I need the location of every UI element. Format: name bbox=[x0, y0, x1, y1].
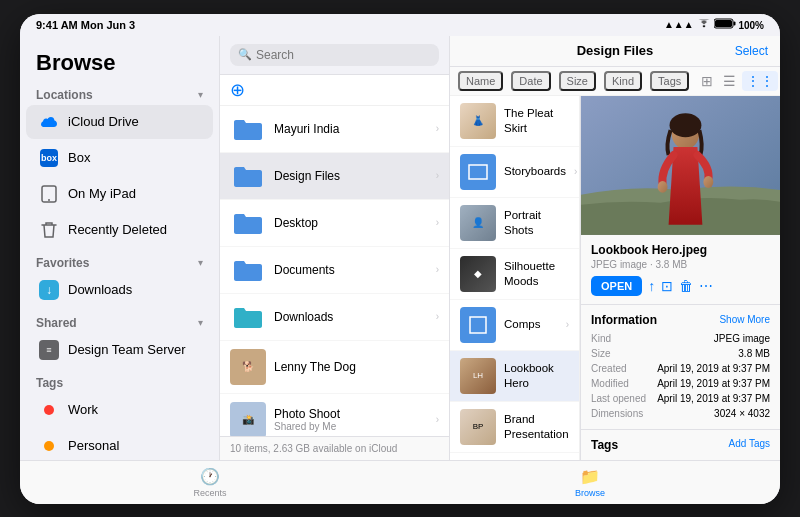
show-more-button[interactable]: Show More bbox=[719, 314, 770, 325]
recents-label: Recents bbox=[193, 488, 226, 498]
file-item-silhouette[interactable]: ◆ Silhouette Moods bbox=[450, 249, 579, 300]
more-icon[interactable]: ⋯ bbox=[699, 278, 713, 294]
tab-bar: 🕐 Recents 📁 Browse bbox=[20, 460, 780, 504]
select-button[interactable]: Select bbox=[735, 44, 768, 58]
info-row-lastopened: Last opened April 19, 2019 at 9:37 PM bbox=[591, 391, 770, 406]
folder-item-downloads[interactable]: Downloads › bbox=[220, 294, 449, 341]
right-panel-title: Design Files bbox=[577, 43, 654, 58]
detail-panel: Lookbook Hero.jpeg JPEG image · 3.8 MB O… bbox=[580, 96, 780, 460]
copy-icon[interactable]: ⊡ bbox=[661, 278, 673, 294]
icloud-icon bbox=[38, 111, 60, 133]
folder-actions: ⊕ bbox=[220, 75, 449, 106]
info-row-dimensions: Dimensions 3024 × 4032 bbox=[591, 406, 770, 421]
folder-item-desktop[interactable]: Desktop › bbox=[220, 200, 449, 247]
tab-recents[interactable]: 🕐 Recents bbox=[20, 467, 400, 498]
info-row-kind: Kind JPEG image bbox=[591, 331, 770, 346]
middle-footer: 10 items, 2.63 GB available on iCloud bbox=[220, 436, 449, 460]
folder-item-design[interactable]: Design Files › bbox=[220, 153, 449, 200]
tags-section-detail: Tags Add Tags bbox=[581, 429, 780, 460]
modified-value: April 19, 2019 at 9:37 PM bbox=[657, 378, 770, 389]
sort-name[interactable]: Name bbox=[458, 71, 503, 91]
file-item-lookbook[interactable]: LH Lookbook Hero bbox=[450, 351, 579, 402]
file-item-california[interactable]: CA California Location bbox=[450, 453, 579, 460]
folder-list: Mayuri India › Design Files › Deskto bbox=[220, 106, 449, 436]
created-label: Created bbox=[591, 363, 627, 374]
share-icon[interactable]: ↑ bbox=[648, 278, 655, 294]
svg-point-7 bbox=[670, 113, 702, 137]
sort-kind[interactable]: Kind bbox=[604, 71, 642, 91]
sidebar: Browse Locations ▾ iCloud Drive box Box bbox=[20, 36, 220, 460]
new-folder-button[interactable]: ⊕ bbox=[230, 79, 245, 101]
locations-label: Locations bbox=[36, 88, 93, 102]
browse-icon: 📁 bbox=[580, 467, 600, 486]
right-header-container: Design Files Select bbox=[462, 44, 768, 58]
folder-name-lenny: Lenny The Dog bbox=[274, 360, 439, 374]
sidebar-item-ipad[interactable]: On My iPad bbox=[26, 177, 213, 211]
server-icon: ≡ bbox=[38, 339, 60, 361]
sidebar-item-box[interactable]: box Box bbox=[26, 141, 213, 175]
thumb-photoshoot: 📸 bbox=[230, 402, 266, 436]
favorites-chevron: ▾ bbox=[198, 257, 203, 268]
locations-section: Locations ▾ bbox=[20, 80, 219, 104]
file-name-lookbook: Lookbook Hero bbox=[504, 361, 569, 391]
thumb-comps bbox=[460, 307, 496, 343]
sort-date[interactable]: Date bbox=[511, 71, 550, 91]
search-icon: 🔍 bbox=[238, 48, 252, 61]
information-title: Information bbox=[591, 313, 657, 327]
view-list-btn[interactable]: ☰ bbox=[719, 71, 740, 91]
file-item-portrait[interactable]: 👤 Portrait Shots bbox=[450, 198, 579, 249]
folder-item-mayuri[interactable]: Mayuri India › bbox=[220, 106, 449, 153]
shared-chevron: ▾ bbox=[198, 317, 203, 328]
ipad-icon bbox=[38, 183, 60, 205]
svg-point-4 bbox=[48, 199, 50, 201]
search-input[interactable] bbox=[256, 48, 431, 62]
folder-item-lenny[interactable]: 🐕 Lenny The Dog bbox=[220, 341, 449, 394]
open-button[interactable]: OPEN bbox=[591, 276, 642, 296]
info-section: Information Show More Kind JPEG image Si… bbox=[581, 305, 780, 429]
downloads-icon: ↓ bbox=[38, 279, 60, 301]
detail-info: Lookbook Hero.jpeg JPEG image · 3.8 MB O… bbox=[581, 235, 780, 305]
add-tags-button[interactable]: Add Tags bbox=[728, 438, 770, 452]
sidebar-item-designteam[interactable]: ≡ Design Team Server bbox=[26, 333, 213, 367]
folder-chevron-mayuri: › bbox=[436, 123, 439, 134]
detail-preview bbox=[581, 96, 780, 235]
file-item-comps[interactable]: Comps › bbox=[450, 300, 579, 351]
thumb-portrait: 👤 bbox=[460, 205, 496, 241]
view-toggle: ⊞ ☰ ⋮⋮ bbox=[697, 71, 778, 91]
file-item-pleatskirt[interactable]: 👗 The Pleat Skirt bbox=[450, 96, 579, 147]
sidebar-item-downloads[interactable]: ↓ Downloads bbox=[26, 273, 213, 307]
folder-name-downloads: Downloads bbox=[274, 310, 428, 324]
sidebar-item-personal[interactable]: Personal bbox=[26, 429, 213, 460]
personal-tag-label: Personal bbox=[68, 438, 119, 453]
folder-chevron-photoshoot: › bbox=[436, 414, 439, 425]
sidebar-item-trash[interactable]: Recently Deleted bbox=[26, 213, 213, 247]
sort-size[interactable]: Size bbox=[559, 71, 596, 91]
browse-title: Browse bbox=[36, 50, 203, 76]
recents-icon: 🕐 bbox=[200, 467, 220, 486]
folder-name-desktop: Desktop bbox=[274, 216, 428, 230]
folder-item-photoshoot[interactable]: 📸 Photo Shoot Shared by Me › bbox=[220, 394, 449, 436]
folder-item-documents[interactable]: Documents › bbox=[220, 247, 449, 294]
svg-point-9 bbox=[703, 176, 713, 188]
view-icon-btn[interactable]: ⊞ bbox=[697, 71, 717, 91]
sidebar-item-work[interactable]: Work bbox=[26, 393, 213, 427]
view-grid-btn[interactable]: ⋮⋮ bbox=[742, 71, 778, 91]
svg-point-8 bbox=[658, 181, 668, 193]
sidebar-header: Browse bbox=[20, 44, 219, 80]
info-section-header: Information Show More bbox=[591, 313, 770, 327]
personal-tag-icon bbox=[38, 435, 60, 457]
signal-icon: ▲▲▲ bbox=[664, 19, 694, 30]
work-tag-icon bbox=[38, 399, 60, 421]
detail-actions: OPEN ↑ ⊡ 🗑 ⋯ bbox=[591, 276, 770, 296]
tab-browse[interactable]: 📁 Browse bbox=[400, 467, 780, 498]
sidebar-item-icloud[interactable]: iCloud Drive bbox=[26, 105, 213, 139]
wifi-icon bbox=[698, 19, 710, 31]
file-name-comps: Comps bbox=[504, 317, 558, 332]
delete-icon[interactable]: 🗑 bbox=[679, 278, 693, 294]
size-value: 3.8 MB bbox=[738, 348, 770, 359]
sort-tags[interactable]: Tags bbox=[650, 71, 689, 91]
search-wrapper[interactable]: 🔍 bbox=[230, 44, 439, 66]
favorites-section: Favorites ▾ bbox=[20, 248, 219, 272]
file-item-brand[interactable]: BP Brand Presentation bbox=[450, 402, 579, 453]
file-item-storyboards[interactable]: Storyboards › bbox=[450, 147, 579, 198]
